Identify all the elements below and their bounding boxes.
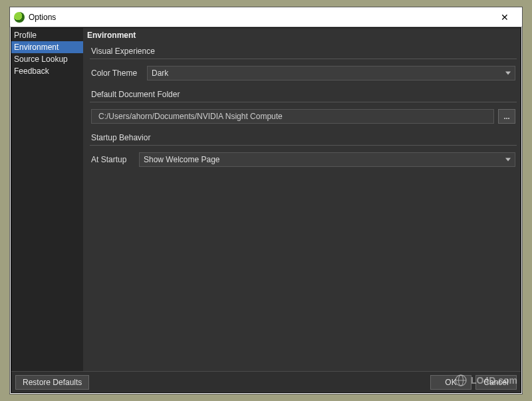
row-at-startup: At Startup Show Welcome Page (90, 152, 517, 167)
document-folder-field[interactable]: C:/Users/ahorn/Documents/NVIDIA Nsight C… (91, 109, 494, 124)
restore-defaults-button[interactable]: Restore Defaults (15, 375, 89, 390)
sidebar: Profile Environment Source Lookup Feedba… (11, 28, 83, 371)
chevron-down-icon (505, 158, 511, 162)
section-visual-experience: Visual Experience Color Theme Dark (90, 47, 517, 80)
section-default-document-folder: Default Document Folder C:/Users/ahorn/D… (90, 90, 517, 124)
chevron-down-icon (505, 72, 511, 75)
section-title-default-document-folder: Default Document Folder (90, 90, 517, 100)
at-startup-select[interactable]: Show Welcome Page (139, 152, 515, 167)
section-startup-behavior: Startup Behavior At Startup Show Welcome… (90, 133, 517, 167)
separator (90, 102, 517, 102)
options-window: Options ✕ Profile Environment Source Loo… (9, 7, 523, 394)
window-title: Options (29, 13, 56, 22)
document-folder-value: C:/Users/ahorn/Documents/NVIDIA Nsight C… (98, 112, 283, 121)
row-document-folder: C:/Users/ahorn/Documents/NVIDIA Nsight C… (90, 109, 517, 124)
main-panel: Profile Environment Source Lookup Feedba… (11, 28, 521, 371)
sidebar-item-profile[interactable]: Profile (11, 29, 83, 41)
app-icon (14, 12, 25, 23)
sidebar-item-environment[interactable]: Environment (11, 41, 83, 53)
close-icon[interactable]: ✕ (491, 7, 518, 27)
separator (90, 59, 517, 59)
bottom-bar: Restore Defaults OK Cancel (11, 371, 521, 392)
ok-button[interactable]: OK (430, 375, 471, 390)
color-theme-select[interactable]: Dark (147, 66, 515, 80)
row-color-theme: Color Theme Dark (90, 66, 517, 80)
color-theme-value: Dark (152, 68, 168, 78)
separator (90, 145, 517, 146)
label-color-theme: Color Theme (91, 68, 143, 78)
browse-button[interactable]: ... (498, 109, 515, 124)
cancel-button[interactable]: Cancel (475, 375, 517, 390)
titlebar: Options ✕ (10, 7, 522, 27)
content-panel: Environment Visual Experience Color Them… (83, 28, 521, 371)
section-title-startup-behavior: Startup Behavior (90, 133, 517, 144)
label-at-startup: At Startup (91, 155, 135, 164)
client-area: Profile Environment Source Lookup Feedba… (11, 27, 521, 393)
at-startup-value: Show Welcome Page (144, 155, 220, 164)
sidebar-item-feedback[interactable]: Feedback (11, 65, 83, 77)
page-title: Environment (83, 29, 521, 44)
sidebar-item-source-lookup[interactable]: Source Lookup (11, 53, 83, 65)
section-title-visual-experience: Visual Experience (90, 47, 517, 57)
